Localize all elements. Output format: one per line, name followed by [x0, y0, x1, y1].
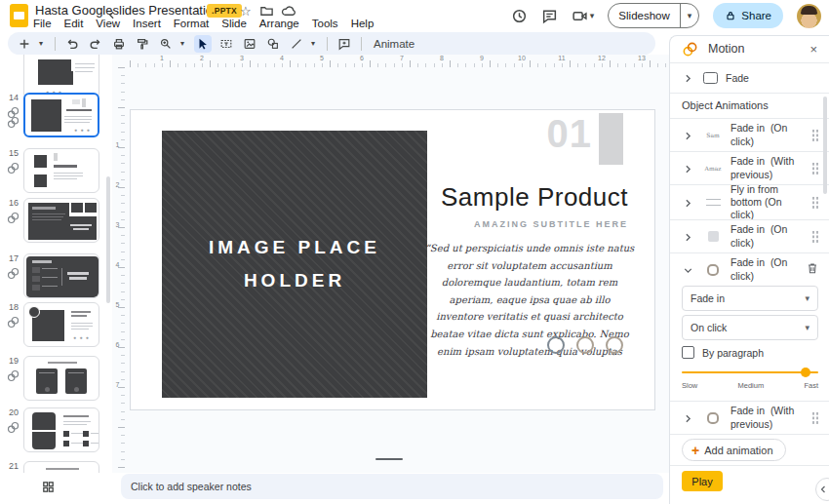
menu-slide[interactable]: Slide — [221, 18, 247, 29]
thumbnail-row-15: 15 — [0, 148, 112, 193]
slide-thumbnail[interactable] — [23, 253, 99, 298]
menu-insert[interactable]: Insert — [133, 18, 161, 29]
dropdown-caret-icon: ▾ — [805, 323, 809, 332]
share-button[interactable]: Share — [713, 3, 783, 28]
add-animation-button[interactable]: + Add animation — [682, 439, 786, 461]
animation-row-4[interactable]: Fade in (On click) — [670, 221, 829, 252]
image-placeholder-text: HOLDER — [244, 266, 345, 295]
print-icon[interactable] — [110, 35, 128, 53]
slides-logo-icon[interactable] — [10, 4, 28, 27]
menu-tools[interactable]: Tools — [312, 18, 338, 29]
slideshow-button[interactable]: Slideshow ▾ — [608, 3, 699, 28]
slide-number: 16 — [9, 198, 19, 208]
slide-number-decoration[interactable]: 01 — [547, 112, 593, 156]
close-panel-icon[interactable]: × — [809, 42, 817, 57]
select-tool-icon[interactable] — [194, 35, 212, 53]
by-paragraph-checkbox[interactable] — [682, 346, 694, 359]
animation-row-6[interactable]: Fade in (With previous) — [670, 403, 829, 433]
share-label[interactable]: Share — [741, 10, 771, 21]
drag-handle-icon[interactable] — [811, 411, 819, 424]
play-button[interactable]: Play — [682, 471, 723, 491]
animation-indicator-icon — [7, 211, 20, 223]
slide-thumbnail[interactable] — [23, 356, 99, 401]
filmstrip-footer — [0, 473, 112, 504]
slideshow-caret[interactable]: ▾ — [680, 4, 699, 27]
comments-icon[interactable] — [541, 8, 558, 24]
chevron-down-icon[interactable] — [682, 263, 695, 277]
collapse-filmstrip-icon[interactable] — [105, 8, 118, 25]
menu-file[interactable]: File — [33, 18, 52, 29]
panel-scrollbar[interactable] — [823, 97, 827, 194]
effect-dropdown[interactable]: Fade in ▾ — [682, 286, 818, 311]
speaker-notes-placeholder[interactable]: Click to add speaker notes — [131, 481, 252, 492]
menu-format[interactable]: Format — [174, 18, 209, 29]
by-paragraph-row[interactable]: By paragraph — [682, 346, 764, 359]
insert-comment-icon[interactable] — [336, 35, 353, 53]
slide-number: 21 — [9, 461, 19, 471]
slide-subtitle[interactable]: AMAZING SUBTITLE HERE — [474, 219, 628, 229]
slide-thumbnail[interactable] — [23, 148, 99, 193]
speaker-notes[interactable]: Click to add speaker notes — [121, 474, 663, 499]
start-condition-dropdown[interactable]: On click ▾ — [682, 315, 818, 340]
animation-row-5-expanded[interactable]: Fade in (On click) — [670, 254, 829, 285]
line-caret-icon[interactable]: ▾ — [311, 39, 319, 48]
chevron-right-icon[interactable] — [682, 196, 695, 210]
image-placeholder[interactable]: IMAGE PLACE HOLDER — [162, 131, 427, 398]
notes-resize-handle[interactable] — [375, 458, 403, 460]
redo-icon[interactable] — [87, 35, 104, 53]
decorative-bar[interactable] — [599, 113, 623, 165]
zoom-icon[interactable] — [157, 35, 175, 53]
slide-title[interactable]: Sample Product — [441, 182, 628, 213]
drag-handle-icon[interactable] — [811, 230, 819, 243]
speed-slider[interactable]: Slow Medium Fast — [682, 371, 818, 390]
animation-row-2[interactable]: Amaz Fade in (With previous) — [670, 153, 829, 183]
animation-row-3[interactable]: Fly in from bottom (On click) — [670, 186, 829, 218]
new-slide-icon[interactable] — [16, 35, 33, 53]
slide-thumbnail-selected[interactable]: ● ● ● — [23, 93, 99, 137]
slide-number: 20 — [9, 407, 19, 417]
drag-handle-icon[interactable] — [811, 129, 819, 141]
chevron-right-icon[interactable] — [682, 411, 695, 425]
account-avatar[interactable] — [797, 4, 821, 28]
drag-handle-icon[interactable] — [811, 196, 819, 209]
slide-thumbnail[interactable]: ● ● ● — [23, 302, 99, 347]
text-box-icon[interactable] — [217, 35, 235, 53]
new-slide-caret-icon[interactable]: ▾ — [39, 39, 47, 48]
chevron-right-icon[interactable] — [682, 71, 695, 85]
menu-arrange[interactable]: Arrange — [259, 18, 299, 29]
menu-edit[interactable]: Edit — [64, 18, 84, 29]
thumbnail-row-13: ● ● ● — [0, 55, 112, 86]
transition-row[interactable]: Fade — [670, 65, 829, 91]
chevron-right-icon[interactable] — [682, 230, 695, 244]
slider-labels: Slow Medium Fast — [682, 381, 818, 390]
meet-camera-icon[interactable]: ▾ — [572, 8, 595, 24]
chevron-right-icon[interactable] — [682, 129, 695, 142]
menu-help[interactable]: Help — [351, 18, 375, 29]
slide-thumbnail[interactable] — [23, 407, 99, 452]
animation-row-1[interactable]: Sam Fade in (On click) — [670, 120, 829, 150]
animation-indicator-icon — [7, 105, 20, 118]
slider-knob[interactable] — [801, 368, 810, 377]
slide-thumbnail[interactable] — [23, 461, 99, 473]
insert-line-icon[interactable] — [288, 35, 305, 53]
filmstrip-scrollbar[interactable] — [106, 176, 110, 303]
slideshow-label[interactable]: Slideshow — [609, 4, 679, 27]
paint-format-icon[interactable] — [134, 35, 151, 53]
animation-effect: Fade in — [730, 405, 765, 416]
document-title[interactable]: Hasta Googleslides Presentation — [35, 3, 219, 18]
slide-circle-shapes[interactable] — [547, 336, 623, 354]
animate-button[interactable]: Animate — [374, 38, 414, 50]
zoom-caret-icon[interactable]: ▾ — [180, 39, 188, 48]
delete-animation-icon[interactable] — [806, 261, 819, 279]
insert-shape-icon[interactable] — [264, 35, 282, 53]
drag-handle-icon[interactable] — [811, 162, 819, 174]
chevron-right-icon[interactable] — [682, 162, 695, 175]
slide-thumbnail[interactable] — [23, 198, 99, 243]
grid-view-icon[interactable] — [41, 480, 56, 498]
meet-caret-icon[interactable]: ▾ — [590, 11, 595, 20]
undo-icon[interactable] — [63, 35, 81, 53]
slide-editor[interactable]: IMAGE PLACE HOLDER 01 Sample Product AMA… — [130, 109, 655, 410]
insert-image-icon[interactable] — [241, 35, 258, 53]
slider-track[interactable] — [682, 371, 818, 373]
version-history-icon[interactable] — [511, 8, 528, 24]
